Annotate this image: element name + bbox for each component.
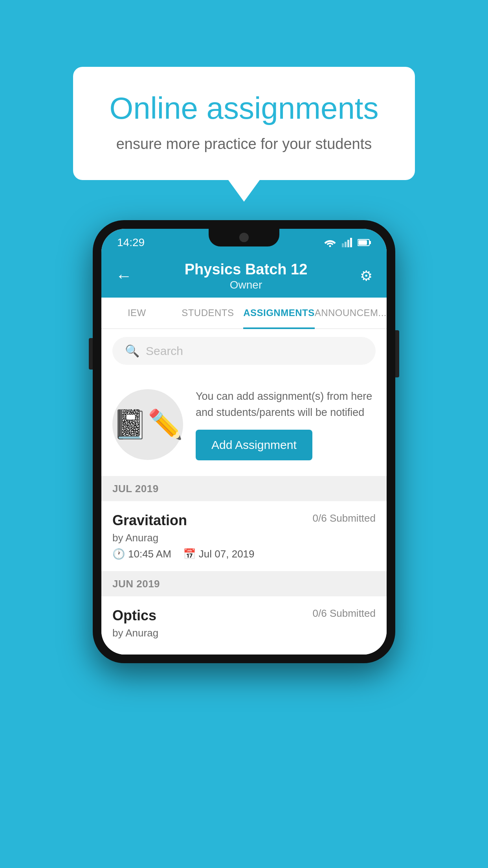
wifi-icon: [324, 238, 336, 247]
assignment-meta-gravitation: 🕐 10:45 AM 📅 Jul 07, 2019: [112, 548, 376, 560]
clock-icon: 🕐: [112, 548, 125, 560]
calendar-icon: 📅: [183, 548, 196, 560]
empty-state-content: You can add assignment(s) from here and …: [196, 388, 376, 460]
svg-rect-4: [350, 238, 352, 247]
tab-iew-label: IEW: [128, 307, 146, 318]
assignment-time-gravitation: 🕐 10:45 AM: [112, 548, 171, 560]
date-value-gravitation: Jul 07, 2019: [199, 548, 255, 560]
speech-bubble-subtitle: ensure more practice for your students: [101, 136, 387, 153]
section-header-jun: JUN 2019: [101, 572, 387, 596]
assignment-submitted-gravitation: 0/6 Submitted: [313, 512, 376, 524]
svg-point-0: [329, 245, 331, 247]
phone-outer: 14:29: [93, 220, 395, 663]
assignment-row1-optics: Optics 0/6 Submitted: [112, 607, 376, 624]
assignment-by-optics: by Anurag: [112, 627, 376, 639]
battery-icon: [358, 239, 371, 246]
svg-rect-1: [342, 243, 344, 247]
assignment-row1: Gravitation 0/6 Submitted: [112, 512, 376, 529]
empty-state: 📓✏️ You can add assignment(s) from here …: [101, 373, 387, 476]
speech-bubble-container: Online assignments ensure more practice …: [73, 67, 415, 202]
assignment-name-optics: Optics: [112, 607, 156, 624]
status-time: 14:29: [117, 236, 145, 249]
phone-wrapper: 14:29: [93, 220, 395, 663]
tab-assignments-label: ASSIGNMENTS: [243, 307, 315, 318]
status-icons: [324, 238, 371, 247]
tab-assignments[interactable]: ASSIGNMENTS: [243, 298, 315, 328]
assignment-item-optics[interactable]: Optics 0/6 Submitted by Anurag: [101, 596, 387, 655]
assignment-name-gravitation: Gravitation: [112, 512, 187, 529]
tabs-bar: IEW STUDENTS ASSIGNMENTS ANNOUNCEM...: [101, 298, 387, 329]
settings-button[interactable]: ⚙: [360, 268, 372, 284]
tab-students-label: STUDENTS: [182, 307, 234, 318]
svg-rect-6: [369, 241, 371, 244]
add-assignment-button[interactable]: Add Assignment: [196, 430, 312, 460]
app-header: ← Physics Batch 12 Owner ⚙: [101, 254, 387, 298]
section-month-jun: JUN 2019: [112, 578, 160, 590]
speech-bubble-title: Online assignments: [101, 90, 387, 126]
notebook-icon: 📓✏️: [112, 408, 183, 441]
header-subtitle: Owner: [132, 279, 360, 291]
tab-students[interactable]: STUDENTS: [172, 298, 244, 328]
header-center: Physics Batch 12 Owner: [132, 261, 360, 291]
assignment-date-gravitation: 📅 Jul 07, 2019: [183, 548, 255, 560]
search-placeholder: Search: [146, 344, 183, 358]
search-bar[interactable]: 🔍 Search: [112, 337, 376, 365]
speech-bubble: Online assignments ensure more practice …: [73, 67, 415, 180]
svg-rect-3: [347, 240, 349, 247]
empty-state-text: You can add assignment(s) from here and …: [196, 388, 376, 420]
time-value-gravitation: 10:45 AM: [128, 548, 171, 560]
tab-announcements[interactable]: ANNOUNCEM...: [315, 298, 387, 328]
tab-iew[interactable]: IEW: [101, 298, 172, 328]
speech-bubble-arrow: [228, 180, 260, 202]
back-button[interactable]: ←: [116, 267, 132, 285]
assignment-by-gravitation: by Anurag: [112, 532, 376, 544]
svg-rect-2: [345, 242, 347, 247]
phone-notch: [209, 229, 279, 246]
svg-rect-7: [358, 240, 367, 245]
section-header-jul: JUL 2019: [101, 476, 387, 501]
section-month-jul: JUL 2019: [112, 483, 159, 495]
header-title: Physics Batch 12: [132, 261, 360, 278]
tab-announcements-label: ANNOUNCEM...: [315, 307, 387, 318]
assignment-item-gravitation[interactable]: Gravitation 0/6 Submitted by Anurag 🕐 10…: [101, 501, 387, 572]
phone-screen: 14:29: [101, 229, 387, 655]
empty-icon-circle: 📓✏️: [112, 389, 183, 460]
notch-camera: [239, 233, 249, 242]
assignment-submitted-optics: 0/6 Submitted: [313, 607, 376, 620]
signal-icon: [342, 238, 352, 247]
search-icon: 🔍: [125, 344, 139, 358]
search-container: 🔍 Search: [101, 329, 387, 373]
